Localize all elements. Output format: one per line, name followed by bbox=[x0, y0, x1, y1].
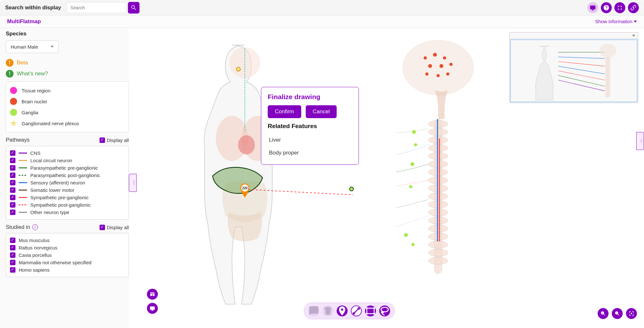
svg-point-3 bbox=[238, 135, 255, 155]
zoom-fit-icon bbox=[629, 311, 634, 316]
display-all-label: Display all bbox=[107, 137, 129, 143]
pathway-item[interactable]: Parasympathetic pre-ganglionic bbox=[10, 164, 125, 172]
chevron-down-icon[interactable] bbox=[632, 35, 635, 37]
fullscreen-button[interactable] bbox=[614, 2, 625, 13]
minimap-viewport[interactable] bbox=[510, 40, 637, 102]
rectangle-tool-button[interactable] bbox=[365, 305, 376, 316]
link-button[interactable] bbox=[628, 2, 639, 13]
svg-point-32 bbox=[428, 241, 448, 248]
pathway-item[interactable]: Other neuron type bbox=[10, 209, 125, 216]
studiedin-item[interactable]: Mus musculus bbox=[10, 237, 125, 244]
help-button[interactable] bbox=[601, 2, 612, 13]
pathway-item[interactable]: Parasympathetic post-ganglionic bbox=[10, 172, 125, 179]
pathway-item[interactable]: Local circuit neuron bbox=[10, 157, 125, 164]
svg-point-39 bbox=[410, 162, 414, 166]
pathway-item[interactable]: CNS bbox=[10, 149, 125, 157]
collapse-left-panel-button[interactable]: 〈 bbox=[129, 174, 137, 192]
related-feature-item[interactable]: Body proper bbox=[268, 146, 352, 159]
topbar: Search within display bbox=[0, 0, 644, 15]
pathway-item[interactable]: Somatic lower motor bbox=[10, 186, 125, 194]
studiedin-display-all-toggle[interactable]: Display all bbox=[100, 225, 129, 230]
whats-new-button[interactable]: ! What's new? bbox=[6, 70, 129, 78]
info-icon[interactable]: i bbox=[32, 224, 38, 230]
cancel-button[interactable]: Cancel bbox=[306, 105, 337, 118]
beta-label: Beta bbox=[17, 60, 28, 66]
marker-node[interactable] bbox=[236, 67, 241, 71]
search-input[interactable] bbox=[66, 2, 126, 13]
lasso-tool-button[interactable] bbox=[379, 305, 390, 316]
zoom-fit-button[interactable] bbox=[626, 308, 637, 319]
svg-line-49 bbox=[558, 80, 605, 91]
checkbox-icon bbox=[10, 180, 15, 185]
pathway-label: Parasympathetic pre-ganglionic bbox=[30, 165, 98, 171]
confirm-button[interactable]: Confirm bbox=[268, 105, 301, 118]
split-view-button[interactable] bbox=[147, 289, 158, 300]
pathways-display-all-toggle[interactable]: Display all bbox=[100, 137, 129, 143]
svg-point-40 bbox=[409, 185, 412, 188]
pathway-item[interactable]: Sensory (afferent) neuron bbox=[10, 179, 125, 186]
collapse-right-panel-button[interactable]: 〈 bbox=[636, 132, 644, 150]
comment-tool-button[interactable] bbox=[308, 305, 319, 316]
search-button[interactable] bbox=[128, 2, 139, 14]
checkbox-icon bbox=[10, 252, 15, 258]
studiedin-item[interactable]: Rattus norvegicus bbox=[10, 244, 125, 251]
marker-value: 220 bbox=[242, 186, 248, 190]
comment-icon bbox=[308, 305, 319, 316]
svg-point-38 bbox=[414, 143, 417, 146]
studiedin-item[interactable]: Mammalia not otherwise specified bbox=[10, 259, 125, 266]
checkbox-icon bbox=[10, 260, 15, 265]
zoom-out-icon bbox=[614, 311, 620, 316]
svg-point-61 bbox=[381, 311, 384, 314]
delete-tool-button[interactable] bbox=[322, 305, 333, 316]
svg-point-42 bbox=[411, 243, 415, 246]
marker-pin[interactable]: 220 bbox=[239, 183, 251, 198]
zoom-out-button[interactable] bbox=[612, 308, 623, 319]
trash-icon bbox=[322, 305, 333, 316]
svg-point-6 bbox=[403, 40, 474, 95]
pathways-box: CNS Local circuit neuron Parasympathetic… bbox=[6, 146, 129, 220]
svg-point-33 bbox=[428, 249, 448, 256]
zoom-in-button[interactable] bbox=[598, 308, 609, 319]
checkbox-icon bbox=[10, 187, 15, 193]
minimap[interactable] bbox=[509, 32, 638, 103]
chevron-left-icon: 〈 bbox=[130, 180, 135, 186]
pathway-label: Sympathetic pre-ganglionic bbox=[30, 195, 89, 200]
display-button[interactable] bbox=[147, 303, 158, 314]
legend-item-brain-nuclei: Brain nuclei bbox=[10, 96, 125, 107]
studiedin-box: Mus musculus Rattus norvegicus Cavia por… bbox=[6, 233, 129, 277]
line-icon bbox=[351, 306, 361, 316]
liver-highlight bbox=[209, 165, 264, 197]
svg-point-34 bbox=[428, 257, 448, 264]
view-stack-buttons bbox=[147, 289, 158, 314]
checkbox-icon bbox=[10, 210, 15, 215]
pathway-item[interactable]: Sympathetic pre-ganglionic bbox=[10, 194, 125, 201]
svg-point-57 bbox=[373, 307, 375, 309]
svg-point-12 bbox=[449, 63, 453, 66]
studiedin-item[interactable]: Homo sapiens bbox=[10, 266, 125, 274]
legend-label: Ganglionated nerve plexus bbox=[22, 121, 79, 126]
svg-point-7 bbox=[424, 56, 427, 60]
pathway-item[interactable]: Sympathetic post-ganglionic bbox=[10, 201, 125, 209]
subheader: MultiFlatmap Show information bbox=[0, 15, 644, 28]
svg-line-47 bbox=[558, 71, 605, 80]
view-mode-button[interactable] bbox=[587, 2, 598, 13]
line-tool-button[interactable] bbox=[351, 305, 362, 316]
svg-point-19 bbox=[428, 136, 448, 144]
flatmap-canvas[interactable]: 220 bbox=[129, 29, 644, 328]
svg-point-37 bbox=[412, 130, 416, 134]
studiedin-label: Mammalia not otherwise specified bbox=[19, 260, 91, 265]
svg-point-11 bbox=[439, 64, 443, 68]
finalize-drawing-popup: Finalize drawing Confirm Cancel Related … bbox=[261, 87, 359, 165]
marker-node[interactable] bbox=[349, 187, 354, 191]
related-feature-item[interactable]: Liver bbox=[268, 134, 352, 146]
dot-icon bbox=[10, 109, 17, 116]
show-information-label: Show information bbox=[595, 19, 632, 24]
show-information-button[interactable]: Show information bbox=[595, 19, 637, 24]
studiedin-label: Mus musculus bbox=[19, 238, 50, 243]
species-value: Human Male bbox=[11, 44, 38, 50]
species-select[interactable]: Human Male bbox=[6, 40, 59, 53]
pin-tool-button[interactable] bbox=[337, 305, 348, 316]
studiedin-item[interactable]: Cavia porcellus bbox=[10, 251, 125, 259]
pathway-color-swatch bbox=[19, 175, 27, 176]
svg-line-46 bbox=[558, 66, 605, 74]
